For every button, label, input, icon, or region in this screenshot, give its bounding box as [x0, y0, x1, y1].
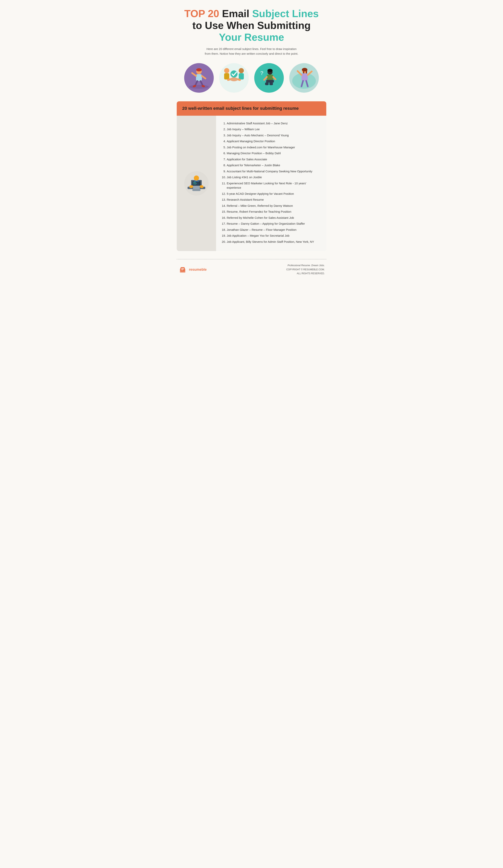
svg-point-16 [230, 77, 238, 81]
illustration-3: ? [254, 63, 284, 93]
list-item: Applicant Managing Director Position [227, 139, 319, 144]
svg-rect-15 [239, 73, 244, 80]
svg-rect-51 [192, 189, 201, 191]
subject-lines-list: Administrative Staff Assistant Job – Jan… [223, 121, 319, 244]
main-title: TOP 20 Email Subject Lines to Use When S… [177, 8, 326, 43]
list-item: Managing Director Position – Bobby Dahl [227, 151, 319, 156]
svg-rect-4 [196, 74, 202, 81]
footer-copyright: COPYRIGHT © RESUMEBLE.COM. [286, 268, 325, 271]
svg-rect-23 [265, 82, 269, 85]
avatar-container [177, 116, 216, 251]
svg-point-53 [200, 186, 204, 188]
list-item: Jonathan Glazer – Resume – Floor Manager… [227, 228, 319, 232]
list-item: 5-year ACAD Designer Applying for Vacant… [227, 192, 319, 196]
list-item: Referred by Michelle Cohen for Sales Ass… [227, 216, 319, 220]
list-item: Job Inquiry – William Lee [227, 127, 319, 132]
logo-text: resumeble [189, 268, 207, 272]
section-header: 20 well-written email subject lines for … [177, 101, 326, 116]
footer-rights: ALL RIGHTS RESERVED. [286, 271, 325, 276]
dotted-divider [177, 259, 326, 259]
list-item: Referral – Mike Green, Referred by Danny… [227, 204, 319, 208]
svg-point-20 [267, 69, 273, 72]
illustration-1 [184, 63, 214, 93]
illustration-2 [219, 63, 249, 93]
list-item: Applicant for Telemarketer – Justin Blak… [227, 163, 319, 168]
title-top20: TOP 20 [184, 8, 219, 19]
desk-person-illustration [184, 170, 209, 196]
svg-point-52 [189, 186, 193, 188]
list-item: Job Listing #341 on Jooble [227, 175, 319, 179]
svg-point-46 [194, 175, 199, 180]
svg-rect-24 [269, 82, 273, 85]
subtitle-text: Here are 20 different email subject line… [204, 46, 299, 56]
logo-area: resumeble [178, 265, 207, 274]
list-item: Job Application – Megan Yoo for Secretar… [227, 234, 319, 238]
list-container: Administrative Staff Assistant Job – Jan… [216, 116, 326, 251]
title-email: Email [222, 8, 252, 19]
svg-point-14 [239, 68, 244, 73]
list-item: Job Posting on Indeed.com for Warehouse … [227, 145, 319, 150]
svg-point-17 [230, 70, 237, 78]
list-item: Experienced SEO Marketer Looking for Nex… [227, 181, 319, 190]
svg-rect-21 [267, 74, 273, 81]
svg-rect-22 [266, 80, 274, 83]
list-item: Application for Sales Associate [227, 157, 319, 162]
svg-point-1 [189, 85, 209, 89]
list-item: Resume – Danny Gatton – Applying for Org… [227, 221, 319, 226]
list-item: Research Assistant Resume [227, 197, 319, 202]
svg-point-12 [224, 68, 229, 73]
svg-rect-57 [193, 184, 196, 185]
list-item: Job Inquiry – Auto Mechanic – Desmond Yo… [227, 133, 319, 138]
list-item: Job Applicant, Billy Stevens for Admin S… [227, 240, 319, 244]
svg-rect-55 [193, 182, 196, 183]
list-item: Resume, Robert Fernandez for Teaching Po… [227, 209, 319, 214]
title-subject-lines: Subject Lines [252, 8, 319, 19]
section-heading-text: 20 well-written email subject lines for … [182, 106, 299, 111]
illustration-4 [289, 63, 319, 93]
svg-rect-34 [301, 73, 308, 81]
illustration-row: ? [177, 63, 326, 93]
content-row: Administrative Staff Assistant Job – Jan… [177, 116, 326, 251]
footer-right: Professional Resume. Dream Jobs. COPYRIG… [286, 264, 325, 276]
footer: resumeble Professional Resume. Dream Job… [177, 264, 326, 276]
svg-rect-56 [193, 183, 197, 184]
svg-rect-13 [224, 73, 229, 80]
list-item: Administrative Staff Assistant Job – Jan… [227, 121, 319, 126]
svg-text:?: ? [260, 70, 264, 76]
svg-point-3 [196, 68, 202, 71]
title-line2: to Use When Submitting [193, 20, 311, 31]
footer-tagline: Professional Resume. Dream Jobs. [286, 264, 325, 267]
main-section: 20 well-written email subject lines for … [177, 101, 326, 251]
resumeble-logo-icon [178, 265, 187, 274]
page-header: TOP 20 Email Subject Lines to Use When S… [177, 8, 326, 56]
list-item: Accountant for Multi-National Company Se… [227, 169, 319, 174]
title-your-resume: Your Resume [219, 31, 284, 43]
